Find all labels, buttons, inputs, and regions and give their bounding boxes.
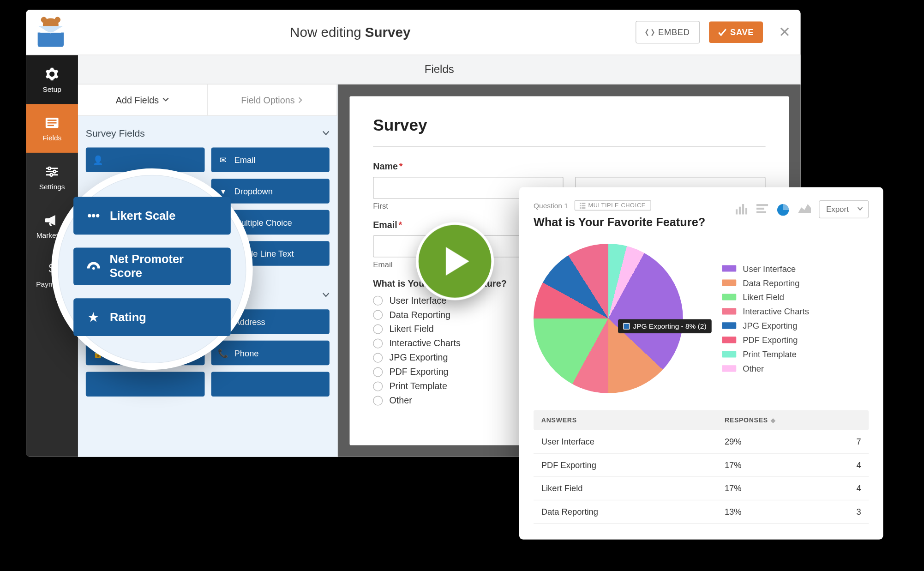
export-dropdown[interactable]: Export xyxy=(819,200,869,218)
svg-point-5 xyxy=(53,170,56,173)
legend-swatch xyxy=(722,308,736,314)
legend-item[interactable]: PDF Exporting xyxy=(722,335,809,345)
user-icon: 👤 xyxy=(94,155,103,165)
legend-label: Other xyxy=(743,364,764,373)
legend-label: Interactive Charts xyxy=(743,307,809,316)
svg-rect-18 xyxy=(756,204,768,206)
email-label: Email xyxy=(373,220,397,230)
group-survey-fields[interactable]: Survey Fields xyxy=(78,116,337,141)
question-number: Question 1 xyxy=(534,201,568,209)
field-item[interactable] xyxy=(86,372,204,397)
legend-item[interactable]: Print Template xyxy=(722,349,809,359)
legend-item[interactable]: JPG Exporting xyxy=(722,321,809,331)
rail-label: Settings xyxy=(39,182,65,190)
rail-label: Setup xyxy=(42,85,61,93)
field-item[interactable] xyxy=(211,372,330,397)
tab-add-fields[interactable]: Add Fields xyxy=(78,84,208,116)
percent-cell: 17% xyxy=(725,460,803,470)
radio-icon xyxy=(373,310,383,319)
table-row: Data Reporting13%3 xyxy=(534,500,869,524)
form-title: Survey xyxy=(373,116,765,135)
area-chart-icon[interactable] xyxy=(798,204,811,215)
field-nps[interactable]: Net Promoter Score xyxy=(73,247,231,285)
svg-rect-9 xyxy=(580,205,581,206)
count-cell: 3 xyxy=(803,507,861,517)
name-label: Name xyxy=(373,161,398,172)
rail-fields[interactable]: Fields xyxy=(26,104,78,153)
legend-item[interactable]: Likert Field xyxy=(722,292,809,302)
answer-cell: Data Reporting xyxy=(541,507,725,517)
star-icon: ★ xyxy=(86,310,101,325)
field-rating[interactable]: ★ Rating xyxy=(73,298,231,336)
radio-label: JPG Exporting xyxy=(389,352,448,363)
now-editing-title: Now editing Survey xyxy=(74,24,627,40)
radio-icon xyxy=(373,381,383,391)
svg-rect-3 xyxy=(48,125,54,126)
pie-chart: JPG Exporting - 8% (2) xyxy=(534,244,683,393)
radio-icon xyxy=(373,324,383,334)
legend-swatch xyxy=(722,265,736,271)
legend-item[interactable]: Interactive Charts xyxy=(722,307,809,316)
bar-horizontal-icon[interactable] xyxy=(756,204,769,215)
legend-label: PDF Exporting xyxy=(743,335,798,345)
radio-label: Interactive Charts xyxy=(389,338,460,349)
field-phone[interactable]: 📞Phone xyxy=(211,341,330,366)
radio-icon xyxy=(373,295,383,305)
field-email[interactable]: ✉Email xyxy=(211,148,330,173)
tab-field-options[interactable]: Field Options xyxy=(208,84,337,116)
legend-label: Data Reporting xyxy=(743,278,799,288)
legend-swatch xyxy=(722,322,736,329)
svg-rect-10 xyxy=(580,207,581,208)
chevron-down-icon xyxy=(322,292,329,297)
rail-settings[interactable]: Settings xyxy=(26,153,78,202)
gear-icon xyxy=(45,66,59,81)
chart-legend: User InterfaceData ReportingLikert Field… xyxy=(722,264,809,373)
chart-tooltip: JPG Exporting - 8% (2) xyxy=(618,319,712,333)
legend-swatch xyxy=(722,365,736,372)
close-button[interactable]: ✕ xyxy=(779,24,790,41)
svg-rect-2 xyxy=(48,122,57,123)
chevron-down-icon xyxy=(857,207,863,211)
play-icon xyxy=(446,247,469,276)
svg-rect-20 xyxy=(756,211,766,213)
legend-item[interactable]: Data Reporting xyxy=(722,278,809,288)
radio-label: User Interface xyxy=(389,295,446,306)
radio-icon xyxy=(373,396,383,405)
bar-chart-icon[interactable] xyxy=(736,204,749,215)
svg-rect-11 xyxy=(582,203,585,204)
radio-label: Data Reporting xyxy=(389,309,450,320)
sort-icon[interactable]: ◆ xyxy=(771,417,776,424)
embed-button[interactable]: EMBED xyxy=(636,21,700,43)
play-button[interactable] xyxy=(416,222,494,301)
table-header: ANSWERS RESPONSES◆ xyxy=(534,410,869,430)
count-cell: 4 xyxy=(803,460,861,470)
svg-rect-16 xyxy=(742,204,744,215)
legend-label: Likert Field xyxy=(743,292,784,302)
svg-rect-15 xyxy=(739,207,741,215)
legend-swatch xyxy=(722,279,736,286)
save-button[interactable]: SAVE xyxy=(709,21,763,42)
sliders-icon xyxy=(45,164,59,179)
radio-label: Print Template xyxy=(389,381,447,391)
legend-item[interactable]: Other xyxy=(722,364,809,373)
radio-label: PDF Exporting xyxy=(389,367,448,377)
rail-setup[interactable]: Setup xyxy=(26,55,78,104)
percent-cell: 13% xyxy=(725,507,803,517)
percent-cell: 29% xyxy=(725,437,803,446)
radio-icon xyxy=(373,338,383,348)
email-icon: ✉ xyxy=(219,155,228,165)
rail-label: Fields xyxy=(42,133,61,141)
responses-table: ANSWERS RESPONSES◆ User Interface29%7PDF… xyxy=(534,410,869,523)
field-likert[interactable]: ••• Likert Scale xyxy=(73,197,231,235)
legend-item[interactable]: User Interface xyxy=(722,264,809,273)
chevron-down-icon xyxy=(162,97,169,102)
gauge-icon xyxy=(86,262,100,271)
svg-rect-14 xyxy=(736,209,738,214)
table-row: PDF Exporting17%4 xyxy=(534,454,869,477)
pie-chart-icon[interactable] xyxy=(777,204,790,215)
legend-swatch xyxy=(722,294,736,300)
phone-icon: 📞 xyxy=(219,348,228,358)
svg-rect-13 xyxy=(582,207,585,208)
brand-logo xyxy=(36,18,65,47)
svg-rect-17 xyxy=(745,208,747,215)
